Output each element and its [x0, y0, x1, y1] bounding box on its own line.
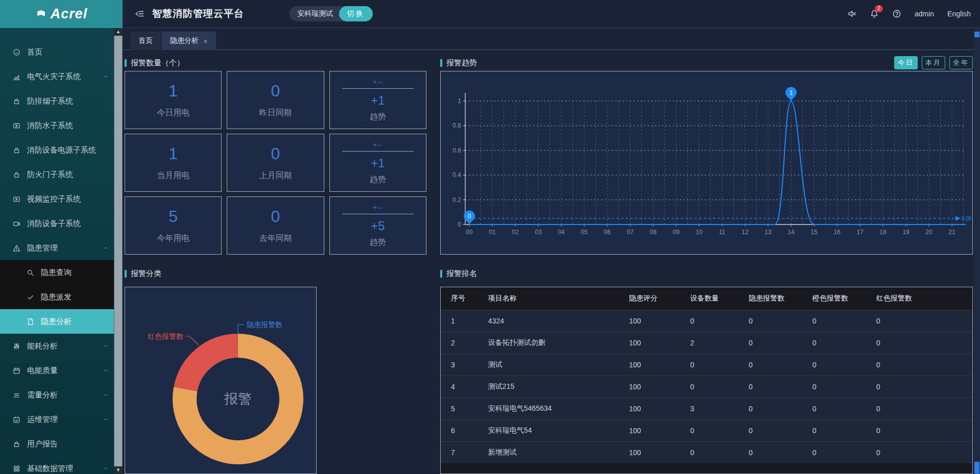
table-row[interactable]: 2设备拓扑测试勿删1002000 [441, 332, 972, 354]
sidebar-item-basic-data-management[interactable]: 基础数据管理 [0, 456, 123, 474]
sidebar-item-label: 用户报告 [27, 439, 58, 449]
table-row[interactable]: 3测试1000000 [441, 354, 972, 376]
table-cell: 100 [619, 310, 680, 332]
sound-mute-icon[interactable] [847, 9, 856, 18]
home-icon [13, 48, 20, 56]
svg-text:0: 0 [458, 221, 461, 228]
sidebar-item-demand-analysis[interactable]: 需量分析 [0, 383, 123, 407]
tab-hazard-analysis[interactable]: 隐患分析× [162, 32, 216, 50]
svg-text:21: 21 [948, 229, 955, 236]
help-icon[interactable] [892, 9, 901, 18]
doc-icon [27, 318, 34, 326]
sidebar-item-energy-analysis[interactable]: 能耗分析 [0, 334, 123, 358]
sidebar-item-hazard-dispatch[interactable]: 隐患派发 [0, 285, 123, 309]
table-cell: 0 [866, 441, 972, 463]
table-cell: 4324 [478, 310, 619, 332]
sidebar-item-video-monitoring-subsystem[interactable]: 视频监控子系统 [0, 187, 123, 211]
lock-icon [13, 440, 20, 448]
sidebar-item-hazard-management[interactable]: 隐患管理 [0, 236, 123, 260]
sidebar-item-fire-equipment-subsystem[interactable]: 消防设备子系统 [0, 211, 123, 236]
table-row[interactable]: 7新增测试1000000 [441, 441, 972, 463]
trend-formula: +-- [373, 204, 383, 211]
stat-label: 今年用电 [157, 233, 189, 244]
chevron-down-icon [103, 343, 109, 349]
column-header: 橙色报警数 [802, 287, 866, 310]
sidebar-scrollbar[interactable]: ▲ ▼ [114, 28, 123, 474]
alarm-ranking-header: 报警排名 [440, 267, 973, 280]
table-row[interactable]: 143241000000 [441, 310, 972, 332]
stat-value: 5 [169, 207, 178, 226]
stat-card: 0去年同期 [227, 196, 324, 255]
search-icon [27, 269, 34, 277]
sidebar-item-label: 电气火灾子系统 [27, 72, 81, 82]
scroll-up-icon[interactable]: ▲ [114, 28, 123, 36]
sidebar-item-electrical-fire-subsystem[interactable]: 电气火灾子系统 [0, 64, 123, 89]
table-cell: 0 [738, 376, 802, 397]
sidebar-item-operation-maintenance[interactable]: 运维管理 [0, 407, 123, 432]
sidebar-item-fire-door-subsystem[interactable]: 防火门子系统 [0, 162, 123, 187]
section-marker [125, 59, 127, 67]
lock-icon [13, 146, 20, 154]
page-scrollbar-thumb[interactable] [974, 462, 979, 474]
table-cell: 0 [738, 419, 802, 441]
table-cell: 1 [441, 310, 478, 332]
sidebar-scrollbar-thumb[interactable] [114, 36, 122, 466]
column-header: 序号 [441, 287, 478, 310]
page-scrollbar-top[interactable] [974, 32, 979, 37]
svg-text:13: 13 [764, 229, 772, 236]
table-cell: 100 [619, 376, 680, 397]
svg-text:17: 17 [856, 229, 864, 236]
range-button-today[interactable]: 今日 [894, 56, 918, 69]
sidebar-collapse-icon[interactable] [135, 9, 144, 18]
trend-card: +--+1趋势 [329, 134, 426, 192]
stat-card: 1当月用电 [125, 134, 222, 192]
page-scrollbar[interactable] [974, 28, 980, 474]
svg-text:19: 19 [902, 229, 910, 236]
sidebar-item-label: 隐患分析 [41, 317, 71, 327]
sidebar-item-fire-water-subsystem[interactable]: 消防水子系统 [0, 113, 123, 138]
range-button-this-month[interactable]: 本月 [922, 56, 945, 69]
table-cell: 0 [802, 332, 866, 354]
table-cell: 3 [441, 354, 478, 376]
scroll-down-icon[interactable]: ▼ [114, 466, 123, 474]
table-row[interactable]: 6安科瑞电气541000000 [441, 419, 972, 441]
table-cell: 0 [866, 397, 972, 419]
svg-text:15: 15 [810, 229, 818, 236]
table-row[interactable]: 5安科瑞电气54656341003000 [441, 397, 972, 419]
sidebar-item-smoke-control-subsystem[interactable]: 防排烟子系统 [0, 89, 123, 113]
stat-card: 1今日用电 [125, 71, 222, 129]
sidebar-item-hazard-analysis[interactable]: 隐患分析 [0, 309, 123, 334]
stat-label: 昨日同期 [259, 108, 292, 118]
stat-label: 趋势 [370, 112, 386, 122]
tab-close-icon[interactable]: × [203, 37, 208, 45]
table-cell: 0 [866, 354, 972, 376]
svg-text:08: 08 [650, 229, 657, 236]
sidebar-item-power-quality[interactable]: 电能质量 [0, 358, 123, 383]
tab-home[interactable]: 首页 [130, 32, 161, 50]
range-button-full-year[interactable]: 全年 [949, 56, 973, 69]
user-menu[interactable]: admin [915, 10, 934, 18]
submenu-hazard-management: 隐患查询隐患派发隐患分析 [0, 260, 123, 334]
sidebar-item-label: 能耗分析 [27, 341, 58, 351]
stat-value: 0 [271, 82, 280, 101]
stat-label: 趋势 [370, 237, 386, 248]
stat-card: 0昨日同期 [227, 71, 324, 129]
sidebar-item-hazard-query[interactable]: 隐患查询 [0, 260, 123, 285]
table-cell: 0 [680, 376, 738, 397]
trend-range-buttons: 今日本月全年 [894, 56, 973, 69]
fraction-divider [342, 214, 413, 214]
svg-text:10: 10 [696, 229, 703, 236]
chevron-down-icon [103, 465, 109, 471]
sidebar-item-label: 消防水子系统 [27, 121, 73, 131]
language-switch[interactable]: English [947, 10, 971, 18]
notifications-bell-icon[interactable]: 2 [870, 9, 879, 18]
column-header: 红色报警数 [866, 287, 972, 310]
table-row[interactable]: 4测试2151000000 [441, 376, 972, 397]
sidebar-item-fire-equipment-power-subsystem[interactable]: 消防设备电源子系统 [0, 138, 123, 162]
svg-text:02: 02 [512, 229, 519, 236]
sidebar-item-user-report[interactable]: 用户报告 [0, 432, 123, 456]
sidebar-item-home[interactable]: 首页 [0, 40, 123, 64]
trend-formula: +-- [373, 78, 383, 86]
switch-org-button[interactable]: 切换 [339, 6, 373, 21]
svg-text:00: 00 [466, 229, 473, 236]
